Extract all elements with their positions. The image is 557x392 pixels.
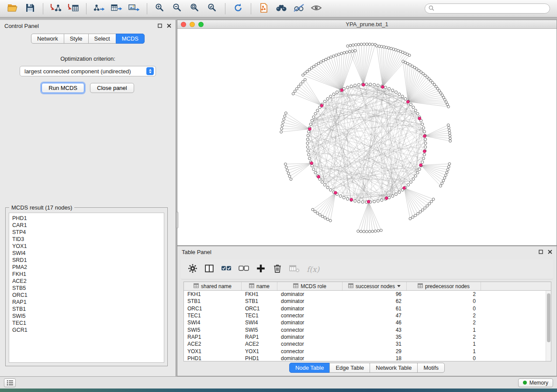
export-network-button[interactable] [91, 2, 107, 15]
add-row-button[interactable] [256, 264, 266, 275]
search-box[interactable] [425, 3, 550, 14]
cell-predecessor-nodes: 0 [407, 298, 481, 304]
table-row[interactable]: SWI4SWI4dominator462 [184, 319, 546, 326]
deselect-all-button[interactable] [239, 264, 249, 275]
find-binoculars-button[interactable] [273, 2, 290, 15]
zoom-out-icon [172, 3, 183, 14]
close-table-panel-icon[interactable] [548, 250, 552, 254]
close-panel-button[interactable]: Close panel [90, 83, 134, 93]
zoom-in-button[interactable] [152, 2, 168, 15]
table-row[interactable]: STB1STB1dominator620 [184, 298, 546, 305]
column-header-mcds-role[interactable]: MCDS role [277, 282, 343, 290]
mcds-result-item[interactable]: SWI4 [9, 250, 164, 257]
float-table-panel-icon[interactable] [539, 250, 543, 254]
network-view-titlebar[interactable]: YPA_prune.txt_1 [177, 20, 557, 29]
table-tab-network-table[interactable]: Network Table [370, 363, 418, 373]
column-label: shared name [201, 283, 232, 289]
table-tab-node-table[interactable]: Node Table [289, 363, 330, 373]
column-type-icon [293, 283, 298, 289]
panel-splitter[interactable] [176, 212, 178, 228]
search-input[interactable] [437, 6, 546, 12]
save-session-button[interactable] [22, 2, 38, 15]
table-row[interactable]: YOX1YOX1connector291 [184, 347, 546, 354]
tab-network[interactable]: Network [31, 34, 64, 44]
column-header-successor-nodes[interactable]: successor nodes [343, 282, 407, 290]
cell-predecessor-nodes: 1 [407, 348, 481, 354]
table-row[interactable]: PHD1PHD1dominator180 [184, 355, 546, 361]
mcds-result-item[interactable]: FKH1 [9, 271, 164, 278]
mcds-result-item[interactable]: YOX1 [9, 243, 164, 250]
hide-glasses-button[interactable] [291, 2, 307, 15]
table-scrollbar[interactable] [546, 291, 551, 361]
table-row[interactable]: SWI5SWI5connector431 [184, 326, 546, 333]
zoom-fit-icon [190, 3, 200, 14]
column-header-predecessor-nodes[interactable]: predecessor nodes [407, 282, 481, 290]
import-network-button[interactable] [48, 2, 64, 15]
criterion-dropdown[interactable]: largest connected component (undirected) [20, 66, 156, 76]
show-eye-button[interactable] [308, 2, 325, 15]
mcds-result-item[interactable]: CAR1 [9, 222, 164, 229]
toolbar-separator [225, 3, 225, 14]
mcds-result-item[interactable]: RAP1 [9, 299, 164, 306]
list-icon [7, 380, 14, 386]
zoom-fit-button[interactable] [187, 2, 203, 15]
mcds-result-item[interactable]: STB5 [9, 285, 164, 292]
window-minimize-icon[interactable] [190, 22, 195, 27]
refresh-button[interactable] [230, 2, 246, 15]
open-file-button[interactable] [4, 2, 21, 15]
mcds-result-item[interactable]: PMA2 [9, 264, 164, 271]
find-binoculars-icon [276, 3, 287, 14]
cell-name: ORC1 [242, 306, 277, 312]
toolbar-separator [43, 3, 43, 14]
tab-style[interactable]: Style [64, 34, 89, 44]
table-row[interactable]: TEC1TEC1connector472 [184, 312, 546, 319]
mcds-result-item[interactable]: SWI5 [9, 313, 164, 320]
application-window: Control Panel NetworkStyleSelectMCDS Opt… [0, 0, 557, 392]
zoom-selected-icon [207, 3, 218, 14]
cell-shared-name: ORC1 [184, 306, 242, 312]
mcds-result-item[interactable]: ORC1 [9, 292, 164, 299]
zoom-selected-button[interactable] [204, 2, 221, 15]
export-table-button[interactable] [108, 2, 125, 15]
window-zoom-icon[interactable] [198, 22, 204, 27]
float-panel-icon[interactable] [158, 24, 162, 28]
column-header-name[interactable]: name [242, 282, 277, 290]
export-image-icon [128, 3, 140, 14]
tab-mcds[interactable]: MCDS [116, 34, 145, 44]
mcds-result-item[interactable]: PHD1 [9, 215, 164, 222]
share-network-document-button[interactable] [256, 2, 272, 15]
cell-successor-nodes: 35 [343, 334, 407, 340]
mcds-result-item[interactable]: TEC1 [9, 320, 164, 327]
cell-predecessor-nodes: 2 [407, 291, 481, 297]
settings-gear-button[interactable] [188, 264, 197, 275]
import-table-button[interactable] [65, 2, 82, 15]
table-tab-motifs[interactable]: Motifs [417, 363, 445, 373]
table-header-row: shared namenameMCDS rolesuccessor nodesp… [184, 282, 551, 291]
delete-row-button[interactable] [273, 264, 282, 275]
show-panels-button[interactable] [4, 378, 16, 387]
window-close-icon[interactable] [181, 22, 186, 27]
table-row[interactable]: ACE2ACE2connector311 [184, 340, 546, 347]
network-graph[interactable] [177, 29, 557, 245]
table-row[interactable]: FKH1FKH1dominator962 [184, 291, 546, 298]
save-session-icon [25, 3, 35, 14]
table-tab-edge-table[interactable]: Edge Table [329, 363, 370, 373]
column-header-shared-name[interactable]: shared name [184, 282, 242, 290]
mcds-result-item[interactable]: TID3 [9, 236, 164, 243]
close-panel-icon[interactable] [167, 24, 171, 28]
mcds-result-item[interactable]: GCR1 [9, 327, 164, 334]
zoom-out-button[interactable] [169, 2, 186, 15]
column-selector-button[interactable] [204, 264, 214, 275]
mcds-result-item[interactable]: ACE2 [9, 278, 164, 285]
mcds-result-item[interactable]: SRD1 [9, 257, 164, 264]
scrollbar-thumb[interactable] [547, 293, 550, 342]
run-mcds-button[interactable]: Run MCDS [42, 83, 84, 93]
mcds-result-item[interactable]: STB1 [9, 306, 164, 313]
table-row[interactable]: ORC1ORC1dominator610 [184, 305, 546, 312]
table-row[interactable]: RAP1RAP1dominator352 [184, 334, 546, 340]
memory-button[interactable]: Memory [518, 378, 553, 387]
export-image-button[interactable] [126, 2, 142, 15]
tab-select[interactable]: Select [88, 34, 116, 44]
mcds-result-item[interactable]: STP4 [9, 229, 164, 236]
select-all-button[interactable] [221, 264, 232, 275]
